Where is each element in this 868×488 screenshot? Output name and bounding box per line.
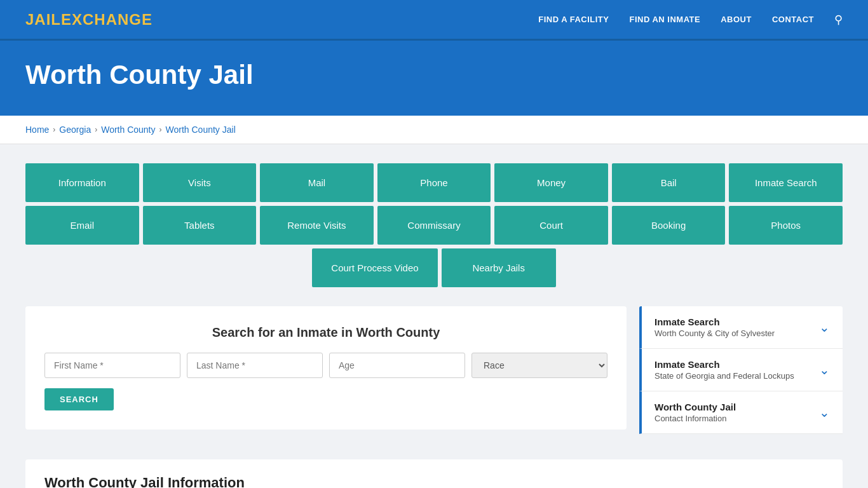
main-nav: FIND A FACILITY FIND AN INMATE ABOUT CON… [538,13,843,27]
breadcrumb-bar: Home › Georgia › Worth County › Worth Co… [0,116,868,144]
button-grid-row1: Information Visits Mail Phone Money Bail… [25,163,843,202]
chevron-down-icon-1: ⌄ [819,320,830,335]
info-section-row: Worth County Jail Information [25,447,843,488]
first-name-input[interactable] [44,353,180,378]
btn-court[interactable]: Court [494,206,608,245]
search-icon[interactable]: ⚲ [834,13,843,27]
breadcrumb: Home › Georgia › Worth County › Worth Co… [25,125,843,135]
page-title: Worth County Jail [25,60,843,90]
btn-photos[interactable]: Photos [729,206,843,245]
info-section: Worth County Jail Information [25,459,843,488]
age-input[interactable] [329,353,465,378]
sidebar-title-2: Inmate Search [654,359,794,370]
btn-phone[interactable]: Phone [377,163,491,202]
search-form-container: Search for an Inmate in Worth County Rac… [25,306,627,430]
breadcrumb-home[interactable]: Home [25,125,49,135]
btn-court-process-video[interactable]: Court Process Video [312,248,437,287]
btn-remote-visits[interactable]: Remote Visits [260,206,374,245]
sidebar-title-1: Inmate Search [654,316,775,327]
sidebar-inmate-search-2[interactable]: Inmate Search State of Georgia and Feder… [639,349,843,391]
last-name-input[interactable] [187,353,323,378]
btn-mail[interactable]: Mail [260,163,374,202]
site-header: JAILEXCHANGE FIND A FACILITY FIND AN INM… [0,0,868,41]
btn-tablets[interactable]: Tablets [143,206,257,245]
nav-contact[interactable]: CONTACT [772,15,814,24]
btn-commissary[interactable]: Commissary [377,206,491,245]
btn-inmate-search[interactable]: Inmate Search [729,163,843,202]
breadcrumb-georgia[interactable]: Georgia [59,125,91,135]
sidebar-item-text-2: Inmate Search State of Georgia and Feder… [654,359,794,381]
btn-nearby-jails[interactable]: Nearby Jails [442,248,556,287]
breadcrumb-sep-2: › [95,125,97,134]
sidebar-title-3: Worth County Jail [654,402,736,412]
search-inputs: Race [44,353,607,378]
nav-find-inmate[interactable]: FIND AN INMATE [629,15,700,24]
sidebar-item-text-1: Inmate Search Worth County & City of Syl… [654,316,775,338]
breadcrumb-sep-3: › [159,125,162,134]
btn-email[interactable]: Email [25,206,139,245]
race-select[interactable]: Race [471,353,607,378]
chevron-down-icon-2: ⌄ [819,362,830,377]
sidebar-subtitle-3: Contact Information [654,414,736,423]
btn-booking[interactable]: Booking [612,206,726,245]
search-form-title: Search for an Inmate in Worth County [44,325,607,340]
sidebar-subtitle-1: Worth County & City of Sylvester [654,329,775,338]
info-section-title: Worth County Jail Information [44,475,824,488]
button-grid-row2: Email Tablets Remote Visits Commissary C… [25,206,843,245]
sidebar: Inmate Search Worth County & City of Syl… [639,306,843,434]
content-area: Search for an Inmate in Worth County Rac… [25,306,843,434]
btn-visits[interactable]: Visits [143,163,257,202]
chevron-down-icon-3: ⌄ [819,405,830,420]
breadcrumb-sep-1: › [53,125,55,134]
main-content: Information Visits Mail Phone Money Bail… [0,144,868,488]
hero-section: Worth County Jail [0,41,868,116]
button-grid-row3: Court Process Video Nearby Jails [25,248,843,287]
sidebar-subtitle-2: State of Georgia and Federal Lockups [654,371,794,381]
search-button[interactable]: SEARCH [44,388,114,410]
sidebar-contact-info[interactable]: Worth County Jail Contact Information ⌄ [639,391,843,434]
logo-exchange: EXCHANGE [61,11,153,28]
site-logo[interactable]: JAILEXCHANGE [25,11,153,29]
btn-money[interactable]: Money [494,163,608,202]
sidebar-inmate-search-1[interactable]: Inmate Search Worth County & City of Syl… [639,306,843,349]
logo-jail: JAIL [25,11,61,28]
sidebar-item-text-3: Worth County Jail Contact Information [654,402,736,423]
breadcrumb-worth-county[interactable]: Worth County [101,125,155,135]
btn-information[interactable]: Information [25,163,139,202]
nav-about[interactable]: ABOUT [721,15,752,24]
btn-bail[interactable]: Bail [612,163,726,202]
nav-find-facility[interactable]: FIND A FACILITY [538,15,609,24]
breadcrumb-current: Worth County Jail [166,125,236,135]
